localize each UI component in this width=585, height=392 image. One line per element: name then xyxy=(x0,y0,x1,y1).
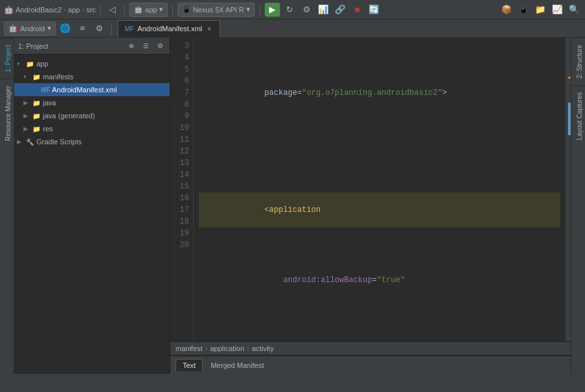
tree-item-manifests-label: manifests xyxy=(43,73,73,81)
bc-sep-2: › xyxy=(247,345,250,352)
line-num-17: 17 xyxy=(173,204,189,216)
settings-gear[interactable]: ⚙ xyxy=(92,21,107,36)
tab-bar: MF AndroidManifest.xml × xyxy=(116,20,581,38)
tab-text[interactable]: Text xyxy=(176,359,203,371)
expand-icon-app: ▾ xyxy=(17,60,23,67)
tree-item-java-gen-label: java (generated) xyxy=(43,112,95,120)
manifest-tab-label: AndroidManifest.xml xyxy=(137,25,202,33)
android-view-dropdown[interactable]: 🤖 Android ▾ xyxy=(4,21,56,36)
tree-item-manifest-label: AndroidManifest.xml xyxy=(52,86,117,94)
line-num-6: 6 xyxy=(173,75,189,87)
main-toolbar: 🤖 AndroidBasic2 › app › src ◁ 🤖 app ▾ 📱 … xyxy=(0,0,585,20)
tree-item-manifests[interactable]: ▾ 📁 manifests xyxy=(14,70,170,83)
tree-item-java[interactable]: ▶ 📁 java xyxy=(14,96,170,109)
line-num-4: 4 xyxy=(173,52,189,64)
code-line-3: package="org.o7planning.androidbasic2"> xyxy=(199,75,560,111)
second-separator xyxy=(111,23,112,34)
manifest-tab-close[interactable]: × xyxy=(205,25,213,33)
scroll-indicator[interactable] xyxy=(566,38,571,341)
folder-icon-res: 📁 xyxy=(32,125,41,133)
app-config-dropdown[interactable]: 🤖 app ▾ xyxy=(129,3,167,17)
line-num-19: 19 xyxy=(173,228,189,239)
project-panel-tab[interactable]: 1: Project xyxy=(0,38,14,79)
line-num-5: 5 xyxy=(173,64,189,75)
tree-item-java-gen[interactable]: ▶ 📁 java (generated) xyxy=(14,109,170,122)
structure-panel-tab[interactable]: 2: Structure xyxy=(571,38,585,85)
editor-area: 3 4 5 6 7 8 9 10 11 12 13 14 15 16 17 18… xyxy=(170,38,571,374)
editor-toolbar: 🤖 Android ▾ 🌐 ≡ ⚙ MF AndroidManifest.xml… xyxy=(0,20,585,38)
code-line-5: <application xyxy=(199,192,560,228)
android-view-arrow: ▾ xyxy=(47,24,51,33)
android-view-icon: 🤖 xyxy=(8,24,18,33)
avd-manager-button[interactable]: 📱 xyxy=(516,3,530,17)
line-num-15: 15 xyxy=(173,181,189,192)
device-label: Nexus 5X API R xyxy=(193,6,244,14)
breadcrumb-sep2: › xyxy=(82,6,84,14)
device-arrow: ▾ xyxy=(246,5,250,14)
right-vertical-tabs: 2: Structure Layout Captures xyxy=(571,38,585,374)
expand-icon-java-gen: ▶ xyxy=(23,112,30,119)
stop-button[interactable]: ■ xyxy=(350,3,365,17)
sync-button[interactable]: ↻ xyxy=(283,3,297,17)
project-tree: ▾ 📁 app ▾ 📁 manifests MF AndroidManifest… xyxy=(14,55,170,374)
run-button[interactable]: ▶ xyxy=(265,3,280,17)
code-line-4 xyxy=(199,146,560,157)
code-editor[interactable]: 3 4 5 6 7 8 9 10 11 12 13 14 15 16 17 18… xyxy=(170,38,571,341)
left-vertical-tabs: 1: Project Resource Manager xyxy=(0,38,14,374)
scroll-marker-1 xyxy=(568,77,571,79)
breadcrumb-activity[interactable]: activity xyxy=(252,345,274,352)
code-content[interactable]: package="org.o7planning.androidbasic2"> … xyxy=(194,38,566,341)
gradle-icon: 🔧 xyxy=(25,138,34,146)
line-num-20: 20 xyxy=(173,239,189,251)
folder-icon-java: 📁 xyxy=(32,99,41,107)
project-header-title: 1: Project xyxy=(18,42,123,50)
tree-item-gradle[interactable]: ▶ 🔧 Gradle Scripts xyxy=(14,135,170,148)
tree-item-manifest-file[interactable]: MF AndroidManifest.xml xyxy=(14,83,170,96)
manifest-tab-icon: MF xyxy=(125,25,134,33)
flatten-button[interactable]: ≡ xyxy=(75,21,90,36)
breadcrumb-bar: manifest › application › activity xyxy=(170,341,571,356)
expand-icon-java: ▶ xyxy=(23,99,30,106)
line-num-10: 10 xyxy=(173,122,189,134)
project-panel-header: 1: Project ⊕ ☰ ⚙ xyxy=(14,38,170,55)
resource-manager-tab[interactable]: Resource Manager xyxy=(0,79,14,148)
project-panel-add[interactable]: ⊕ xyxy=(125,40,137,52)
expand-icon-res: ▶ xyxy=(23,125,30,132)
device-file-explorer[interactable]: 📁 xyxy=(533,3,547,17)
tree-item-res[interactable]: ▶ 📁 res xyxy=(14,122,170,135)
breadcrumb-manifest[interactable]: manifest xyxy=(176,345,203,352)
tree-item-app[interactable]: ▾ 📁 app xyxy=(14,57,170,70)
manifest-tab[interactable]: MF AndroidManifest.xml × xyxy=(118,20,220,37)
breadcrumb-application[interactable]: application xyxy=(210,345,244,352)
breadcrumb-android-icon: 🤖 xyxy=(4,5,14,14)
breadcrumb-app[interactable]: app xyxy=(68,6,80,14)
attach-button[interactable]: 🔗 xyxy=(333,3,348,17)
profile-button[interactable]: 📊 xyxy=(317,3,331,17)
toolbar-separator-3 xyxy=(172,4,173,16)
line-num-3: 3 xyxy=(173,40,189,52)
layout-captures-tab[interactable]: Layout Captures xyxy=(571,85,585,146)
build-button[interactable]: ⚙ xyxy=(300,3,314,17)
line-num-9: 9 xyxy=(173,111,189,122)
tab-merged-manifest[interactable]: Merged Manifest xyxy=(204,359,270,371)
profiler-button[interactable]: 📈 xyxy=(550,3,564,17)
scope-button[interactable]: 🌐 xyxy=(58,21,73,36)
android-view-label: Android xyxy=(20,25,45,33)
line-num-18: 18 xyxy=(173,216,189,228)
gradle-sync[interactable]: 🔄 xyxy=(367,3,382,17)
back-button[interactable]: ◁ xyxy=(105,3,120,17)
app-config-label: app xyxy=(145,6,157,14)
breadcrumb-project[interactable]: AndroidBasic2 xyxy=(16,6,62,14)
project-panel-filter[interactable]: ☰ xyxy=(140,40,151,52)
device-dropdown[interactable]: 📱 Nexus 5X API R ▾ xyxy=(177,3,255,17)
bc-sep-1: › xyxy=(205,345,208,352)
folder-icon-app: 📁 xyxy=(25,60,34,68)
project-panel-settings[interactable]: ⚙ xyxy=(154,40,166,52)
folder-icon-java-gen: 📁 xyxy=(32,112,41,120)
breadcrumb-src[interactable]: src xyxy=(86,6,96,14)
line-num-14: 14 xyxy=(173,169,189,181)
sdk-manager-button[interactable]: 📦 xyxy=(499,3,514,17)
device-icon: 📱 xyxy=(182,5,191,14)
tree-item-app-label: app xyxy=(36,60,48,68)
search-everywhere[interactable]: 🔍 xyxy=(567,3,581,17)
